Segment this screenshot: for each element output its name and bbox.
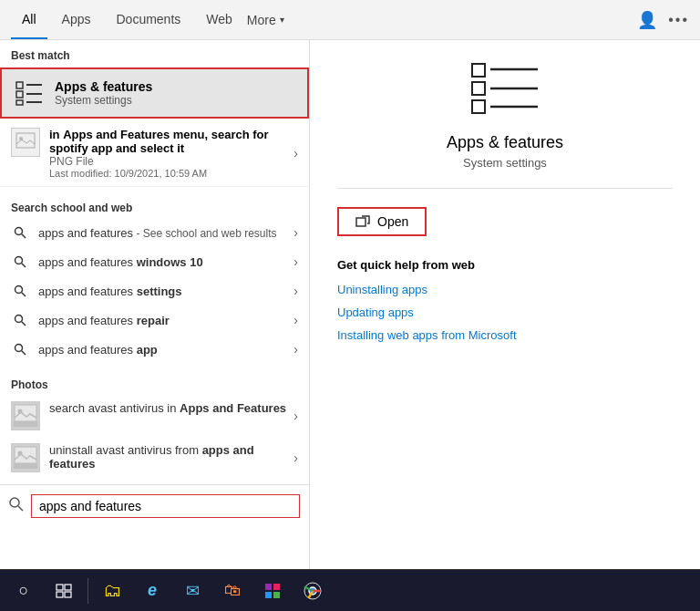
open-btn-area: Open: [337, 207, 673, 236]
web-link-0[interactable]: Uninstalling apps: [337, 283, 673, 296]
search-item-base-0: apps and features: [38, 226, 133, 240]
svg-point-14: [15, 316, 23, 323]
svg-line-13: [22, 293, 26, 296]
search-item-text-3: apps and features repair: [38, 314, 293, 327]
tab-apps[interactable]: Apps: [51, 0, 102, 39]
app-icon-area: Apps & features System settings: [337, 58, 673, 189]
search-item-base-4: apps and features: [38, 343, 137, 357]
search-item-3[interactable]: apps and features repair ›: [0, 306, 309, 335]
svg-point-16: [15, 345, 23, 352]
top-nav: All Apps Documents Web More ▾ 👤 •••: [0, 0, 700, 40]
png-modified: Last modified: 10/9/2021, 10:59 AM: [49, 168, 293, 179]
web-link-1[interactable]: Updating apps: [337, 306, 673, 319]
photos-section: Photos search avast antivirus in Apps an…: [0, 369, 309, 484]
svg-rect-39: [265, 592, 272, 598]
chevron-right-photo-0: ›: [293, 409, 298, 423]
tab-more[interactable]: More ▾: [247, 13, 284, 27]
svg-rect-35: [57, 592, 63, 597]
taskbar-tiles[interactable]: [254, 573, 291, 609]
taskbar-file-explorer[interactable]: 🗂: [94, 573, 130, 609]
search-item-base-3: apps and features: [38, 314, 137, 327]
app-type: System settings: [463, 156, 547, 170]
svg-line-11: [22, 264, 26, 267]
tab-all[interactable]: All: [11, 0, 47, 39]
search-item-bold-3: repair: [137, 314, 170, 327]
svg-rect-34: [65, 585, 71, 590]
search-icon-1: [11, 253, 29, 271]
svg-line-17: [22, 351, 26, 355]
chevron-right-icon-1: ›: [293, 254, 298, 269]
search-input[interactable]: [31, 494, 300, 518]
png-title: in Apps and Features menu, search for sp…: [49, 128, 293, 155]
photo-item-0[interactable]: search avast antivirus in Apps and Featu…: [0, 395, 309, 437]
chevron-right-photo-1: ›: [293, 450, 298, 465]
search-item-base-1: apps and features: [38, 255, 137, 269]
taskbar-chrome[interactable]: [294, 573, 331, 609]
png-type: PNG File: [49, 155, 293, 168]
svg-point-10: [15, 257, 23, 264]
person-icon[interactable]: 👤: [637, 10, 657, 30]
svg-rect-32: [356, 218, 365, 226]
chevron-right-icon-4: ›: [293, 342, 298, 357]
png-result-item[interactable]: in Apps and Features menu, search for sp…: [0, 120, 309, 187]
best-match-text: Apps & features System settings: [55, 79, 152, 107]
best-match-item[interactable]: Apps & features System settings: [0, 67, 309, 119]
taskbar-mail[interactable]: ✉: [174, 573, 211, 609]
search-school-label: Search school and web: [0, 192, 309, 218]
taskbar-edge[interactable]: e: [134, 573, 170, 609]
svg-rect-27: [472, 82, 485, 95]
search-icon-4: [11, 340, 29, 358]
left-panel: Best match Apps & features System settin…: [0, 40, 310, 569]
photo-item-1[interactable]: uninstall avast antivirus from apps and …: [0, 437, 309, 479]
app-icon: [468, 58, 541, 122]
search-item-text-4: apps and features app: [38, 343, 293, 357]
search-item-1[interactable]: apps and features windows 10 ›: [0, 247, 309, 276]
best-match-title: Apps & features: [55, 79, 152, 94]
png-thumbnail: [11, 128, 40, 157]
taskbar-search[interactable]: ○: [5, 573, 42, 609]
search-item-suffix-0: - See school and web results: [133, 227, 276, 240]
best-match-label: Best match: [0, 40, 309, 66]
svg-line-15: [22, 322, 26, 326]
search-item-bold-4: app: [137, 343, 158, 357]
search-item-2[interactable]: apps and features settings ›: [0, 276, 309, 306]
svg-rect-20: [14, 421, 37, 427]
tab-web[interactable]: Web: [195, 0, 243, 39]
taskbar-taskview[interactable]: [46, 573, 82, 609]
png-title-prefix: in: [49, 128, 63, 141]
search-item-text-0: apps and features - See school and web r…: [38, 226, 293, 240]
search-item-4[interactable]: apps and features app ›: [0, 335, 309, 364]
svg-line-9: [22, 234, 26, 238]
chevron-right-icon-3: ›: [293, 313, 298, 327]
search-item-bold-2: settings: [137, 285, 182, 298]
tab-documents[interactable]: Documents: [105, 0, 191, 39]
open-button[interactable]: Open: [337, 207, 427, 236]
web-help-label: Get quick help from web: [337, 258, 673, 272]
search-icon-0: [11, 223, 29, 242]
photo-text-0: search avast antivirus in Apps and Featu…: [49, 401, 286, 415]
right-content: Apps & features System settings Open Get…: [310, 40, 700, 369]
nav-right-icons: 👤 •••: [637, 10, 689, 30]
svg-rect-21: [15, 447, 36, 463]
svg-point-24: [10, 498, 19, 507]
more-options-icon[interactable]: •••: [668, 12, 689, 28]
taskbar-store[interactable]: 🛍: [214, 573, 251, 609]
chevron-down-icon: ▾: [280, 15, 284, 25]
web-help-section: Get quick help from web Uninstalling app…: [337, 258, 673, 342]
svg-rect-26: [472, 64, 485, 77]
search-item-base-2: apps and features: [38, 285, 137, 298]
svg-rect-18: [15, 405, 36, 421]
search-item-bold-1: windows 10: [137, 255, 203, 269]
search-item-0[interactable]: apps and features - See school and web r…: [0, 218, 309, 247]
open-icon: [355, 215, 370, 228]
svg-rect-23: [14, 463, 37, 469]
svg-rect-36: [65, 592, 71, 597]
svg-rect-37: [265, 584, 272, 590]
svg-line-25: [18, 506, 23, 511]
photo-thumb-1: [11, 443, 40, 472]
svg-rect-33: [57, 585, 63, 590]
chevron-right-icon-0: ›: [293, 225, 298, 240]
web-link-2[interactable]: Installing web apps from Microsoft: [337, 328, 673, 342]
right-panel: Apps & features System settings Open Get…: [310, 40, 700, 569]
svg-rect-6: [16, 133, 35, 148]
